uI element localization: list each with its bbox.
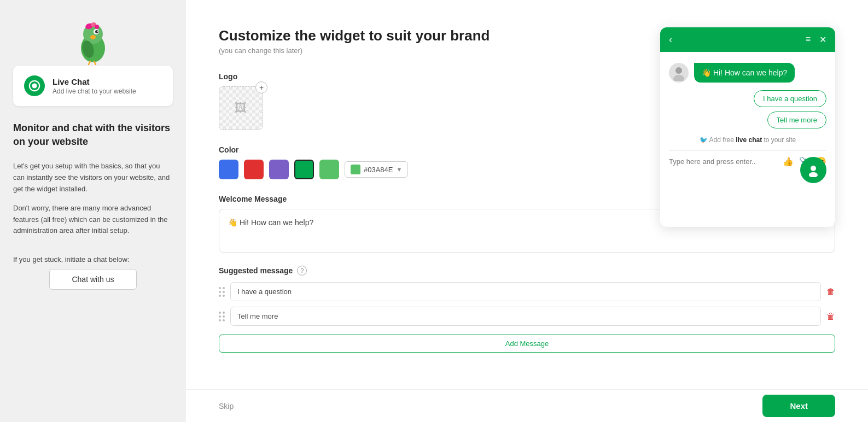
logo-add-icon[interactable]: + — [255, 81, 267, 93]
live-chat-icon — [24, 75, 45, 96]
svg-point-14 — [675, 67, 682, 74]
suggested-input-2[interactable] — [230, 307, 821, 326]
logo-upload-area[interactable]: + 🖼 — [219, 86, 263, 130]
widget-message-row: 👋 Hi! How can we help? — [669, 63, 826, 83]
close-icon[interactable]: ✕ — [819, 34, 826, 45]
add-message-button[interactable]: Add Message — [219, 335, 835, 353]
next-button[interactable]: Next — [762, 395, 835, 417]
widget-suggestions: I have a question Tell me more — [669, 90, 826, 128]
preview-widget: ‹ ≡ ✕ 👋 Hi! How can we help? I have a qu… — [660, 27, 835, 227]
sidebar-body: Let's get you setup with the basics, so … — [13, 161, 173, 244]
svg-point-5 — [97, 31, 98, 32]
promo-suffix: to your site — [762, 136, 796, 144]
live-chat-card: Live Chat Add live chat to your website — [13, 66, 173, 106]
live-chat-text: Live Chat Add live chat to your website — [53, 77, 136, 95]
sidebar: Live Chat Add live chat to your website … — [0, 0, 186, 422]
color-hex-value: #03A84E — [364, 166, 393, 174]
delete-suggested-1[interactable]: 🗑 — [826, 287, 835, 297]
color-swatch-blue[interactable] — [219, 160, 238, 179]
avatar — [669, 63, 689, 83]
sidebar-body-1: Let's get you setup with the basics, so … — [13, 161, 173, 195]
widget-suggestion-2[interactable]: Tell me more — [767, 112, 826, 128]
color-hex-input[interactable]: #03A84E ▼ — [345, 161, 408, 178]
promo-text: Add free — [709, 136, 736, 144]
svg-line-10 — [89, 61, 90, 65]
live-chat-title: Live Chat — [53, 77, 136, 86]
thumbs-up-icon[interactable]: 👍 — [783, 156, 794, 167]
widget-header: ‹ ≡ ✕ — [660, 27, 835, 52]
sidebar-body-2: Don't worry, there are many more advance… — [13, 203, 173, 237]
main-content: Customize the widget to suit your brand … — [186, 0, 868, 422]
parrot-logo — [66, 16, 120, 66]
svg-point-13 — [32, 83, 37, 88]
color-swatch-purple[interactable] — [269, 160, 289, 179]
color-swatch-green-dark[interactable] — [294, 160, 314, 179]
image-icon: 🖼 — [235, 101, 247, 115]
menu-icon[interactable]: ≡ — [806, 34, 811, 45]
suggested-row-2: 🗑 — [219, 307, 835, 326]
skip-button[interactable]: Skip — [219, 402, 234, 411]
suggested-input-1[interactable] — [230, 282, 821, 301]
widget-promo: 🐦 Add free live chat to your site — [669, 136, 826, 144]
chat-with-us-button[interactable]: Chat with us — [49, 269, 137, 290]
chevron-down-icon: ▼ — [397, 166, 403, 173]
widget-bubble: 👋 Hi! How can we help? — [694, 63, 795, 83]
sidebar-heading: Monitor and chat with the visitors on yo… — [13, 121, 173, 149]
sidebar-cta-label: If you get stuck, initiate a chat below: — [13, 255, 173, 263]
suggested-row-1: 🗑 — [219, 282, 835, 301]
bottom-bar: Skip Next — [186, 389, 868, 422]
drag-handle-1[interactable] — [219, 287, 225, 297]
promo-bold: live chat — [736, 136, 762, 144]
widget-fab[interactable] — [800, 157, 826, 183]
widget-suggestion-1[interactable]: I have a question — [754, 90, 826, 107]
suggested-label: Suggested message — [219, 266, 293, 275]
svg-point-17 — [809, 172, 818, 177]
widget-header-icons: ≡ ✕ — [806, 34, 826, 45]
help-icon[interactable]: ? — [297, 266, 307, 276]
live-chat-subtitle: Add live chat to your website — [53, 87, 136, 95]
color-hex-swatch-preview — [351, 165, 360, 174]
widget-type-input[interactable] — [669, 157, 777, 166]
color-swatch-red[interactable] — [244, 160, 264, 179]
widget-body: 👋 Hi! How can we help? I have a question… — [660, 52, 835, 227]
svg-point-2 — [90, 35, 96, 39]
svg-point-15 — [673, 75, 684, 81]
back-icon[interactable]: ‹ — [669, 34, 672, 45]
drag-handle-2[interactable] — [219, 312, 225, 321]
svg-point-16 — [811, 166, 816, 171]
svg-point-4 — [95, 30, 98, 33]
suggested-header: Suggested message ? — [219, 266, 835, 276]
color-swatch-green-light[interactable] — [319, 160, 339, 179]
delete-suggested-2[interactable]: 🗑 — [826, 312, 835, 321]
